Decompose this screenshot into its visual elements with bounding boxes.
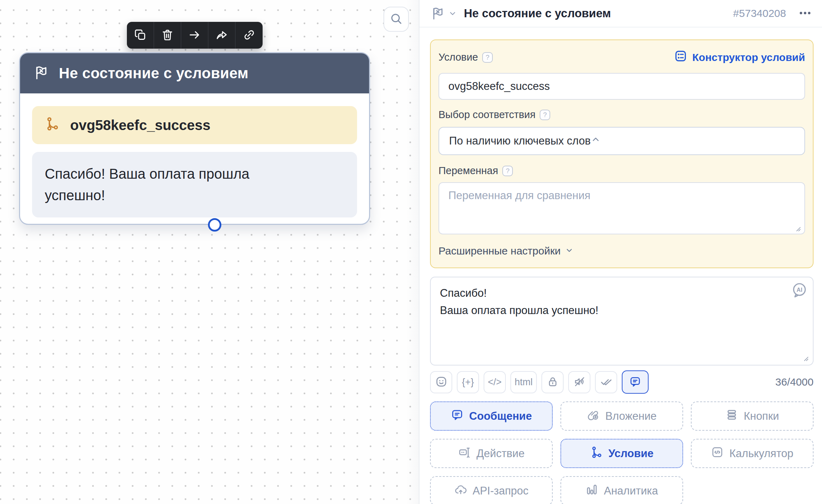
ai-icon: AI <box>791 294 808 300</box>
double-check-button[interactable] <box>595 371 617 393</box>
match-label: Выбор соответствия <box>438 109 535 121</box>
advanced-settings-toggle[interactable]: Расширенные настройки <box>438 245 805 257</box>
message-bubble-icon <box>629 376 641 389</box>
block-label: API-запрос <box>473 485 529 497</box>
block-buttons-button[interactable]: Кнопки <box>691 401 814 431</box>
link-icon <box>243 29 256 42</box>
message-editor: Спасибо! Ваша оплата прошла успешно! AI <box>430 277 814 367</box>
block-label: Кнопки <box>744 410 779 423</box>
block-message-button[interactable]: Сообщение <box>430 401 553 431</box>
builder-link-label: Конструктор условий <box>692 51 805 63</box>
block-label: Аналитика <box>604 485 658 497</box>
copy-button[interactable] <box>127 22 154 49</box>
message-textarea[interactable]: Спасибо! Ваша оплата прошла успешно! <box>430 277 814 365</box>
canvas-search-button[interactable] <box>384 7 409 32</box>
sound-off-button[interactable] <box>568 371 590 393</box>
forward-icon <box>215 29 228 42</box>
message-mode-button[interactable] <box>622 370 649 394</box>
block-calculator-button[interactable]: Калькулятор <box>691 439 814 468</box>
node-body: ovg58keefc_success Спасибо! Ваша оплата … <box>20 93 369 224</box>
action-icon <box>458 446 471 461</box>
block-type-grid: Сообщение Вложение Кнопки Действие Услов… <box>430 401 814 504</box>
builder-icon <box>674 49 687 65</box>
node-message-text: Спасибо! Ваша оплата прошла успешно! <box>45 163 277 206</box>
arrow-right-icon <box>188 29 201 42</box>
match-select[interactable]: По наличию ключевых слов <box>438 127 805 155</box>
ellipsis-icon <box>798 6 812 21</box>
block-action-button[interactable]: Действие <box>430 439 553 468</box>
chevron-up-icon <box>591 135 601 147</box>
flag-x-icon[interactable] <box>431 6 446 21</box>
variable-textarea[interactable] <box>438 182 805 234</box>
node-condition-chip: ovg58keefc_success <box>32 106 357 144</box>
block-api-button[interactable]: API-запрос <box>430 476 553 504</box>
condition-label: Условие <box>438 51 478 63</box>
go-to-button[interactable] <box>181 22 208 49</box>
stacked-buttons-icon <box>725 408 738 424</box>
block-label: Условие <box>608 447 654 460</box>
node-header: Не состояние с условием <box>20 53 369 93</box>
block-analytics-button[interactable]: Аналитика <box>560 476 683 504</box>
cloud-upload-icon <box>454 483 467 499</box>
svg-text:AI: AI <box>797 287 802 293</box>
flow-node[interactable]: Не состояние с условием ovg58keefc_succe… <box>19 52 370 225</box>
lock-button[interactable] <box>541 371 564 393</box>
variable-label: Переменная <box>438 165 498 177</box>
help-icon[interactable]: ? <box>502 166 513 176</box>
flow-canvas[interactable]: Не состояние с условием ovg58keefc_succe… <box>0 0 419 504</box>
branch-icon <box>45 116 60 134</box>
condition-settings-box: Условие ? Конструктор условий Выбор соот… <box>430 39 814 268</box>
match-select-value: По наличию ключевых слов <box>449 135 591 147</box>
block-label: Калькулятор <box>729 447 793 460</box>
trash-icon <box>161 29 174 42</box>
branch-icon <box>590 446 603 461</box>
block-condition-button[interactable]: Условие <box>560 439 683 468</box>
ai-assistant-button[interactable]: AI <box>791 282 808 299</box>
lock-icon <box>547 376 559 389</box>
paperclip-plus-icon <box>587 408 600 424</box>
node-toolbar <box>127 22 263 49</box>
html-button[interactable]: html <box>510 371 537 393</box>
search-icon <box>389 12 403 26</box>
editor-toolbar: {+} </> html 36/4000 <box>430 370 814 394</box>
delete-button[interactable] <box>154 22 181 49</box>
condition-input[interactable] <box>438 73 805 100</box>
node-id: #57340208 <box>733 7 786 19</box>
flag-x-icon <box>33 64 50 82</box>
node-condition-text: ovg58keefc_success <box>70 117 210 133</box>
sound-off-icon <box>573 376 585 389</box>
code-button[interactable]: </> <box>484 371 506 393</box>
settings-panel: Не состояние с условием #57340208 Услови… <box>419 0 822 504</box>
help-icon[interactable]: ? <box>482 52 493 63</box>
double-check-icon <box>600 376 612 389</box>
copy-icon <box>134 29 147 42</box>
node-title: Не состояние с условием <box>59 65 249 82</box>
block-attachment-button[interactable]: Вложение <box>560 401 683 431</box>
block-label: Действие <box>477 447 525 460</box>
condition-builder-link[interactable]: Конструктор условий <box>674 49 805 65</box>
emoji-button[interactable] <box>430 371 452 393</box>
panel-title: Не состояние с условием <box>464 7 611 20</box>
message-bubble-icon <box>451 408 464 424</box>
variable-insert-button[interactable]: {+} <box>457 371 479 393</box>
smiley-icon <box>435 376 447 389</box>
panel-header: Не состояние с условием #57340208 <box>419 0 822 27</box>
bar-chart-icon <box>585 483 598 499</box>
char-counter: 36/4000 <box>775 376 814 388</box>
connection-point[interactable] <box>208 218 221 232</box>
resize-handle-icon[interactable] <box>802 354 809 362</box>
advanced-settings-label: Расширенные настройки <box>438 245 561 257</box>
block-label: Вложение <box>605 410 657 423</box>
node-message-chip: Спасибо! Ваша оплата прошла успешно! <box>32 152 357 217</box>
panel-body: Условие ? Конструктор условий Выбор соот… <box>419 27 822 504</box>
more-menu-button[interactable] <box>798 6 812 21</box>
help-icon[interactable]: ? <box>540 110 550 120</box>
chevron-down-icon <box>565 245 573 257</box>
resize-handle-icon[interactable] <box>794 225 802 232</box>
share-button[interactable] <box>208 22 235 49</box>
chevron-down-icon[interactable] <box>448 9 457 18</box>
link-button[interactable] <box>235 22 263 49</box>
block-label: Сообщение <box>469 410 532 423</box>
calculator-code-icon <box>711 446 724 461</box>
